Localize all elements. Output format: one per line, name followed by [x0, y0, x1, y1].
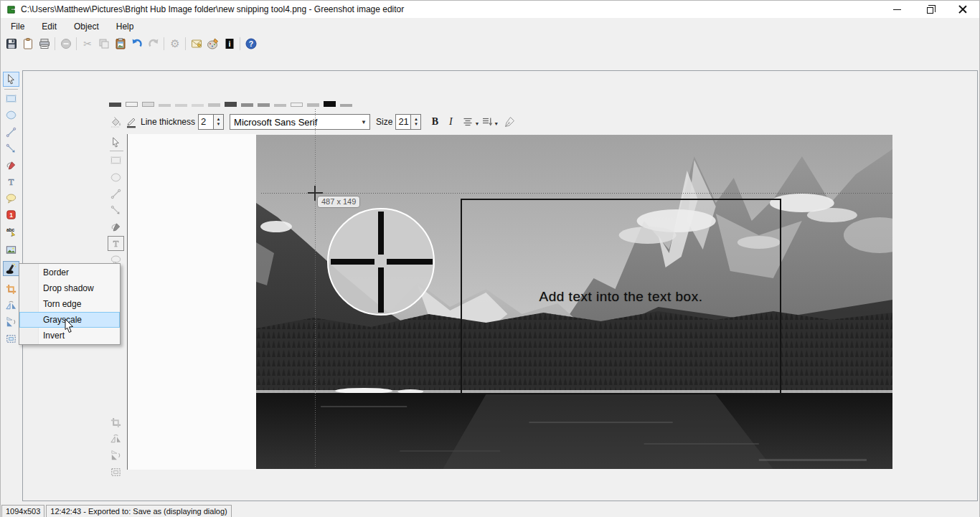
title-bar: C:\Users\Matthew\Pictures\Bright Hub Ima… [1, 1, 979, 18]
inner-rectangle-tool [108, 153, 124, 168]
close-icon [958, 5, 967, 14]
freehand-tool[interactable] [3, 158, 19, 173]
settings-button[interactable]: ⚙ [166, 36, 183, 52]
rotate-tool[interactable] [3, 298, 19, 313]
inner-arrow-tool [108, 203, 124, 218]
status-bar: 1094x503 12:42:43 - Exported to: Save as… [1, 505, 979, 517]
ellipse-icon [5, 109, 17, 121]
inner-ellipse-tool [108, 170, 124, 185]
svg-text:⚙: ⚙ [170, 37, 179, 50]
obfuscate-tool[interactable] [3, 242, 19, 257]
redo-button[interactable] [145, 36, 161, 52]
inner-flip-tool [108, 448, 124, 463]
undo-button[interactable] [128, 36, 145, 52]
toolbar-separator [76, 37, 77, 50]
crop-tool[interactable] [3, 282, 19, 297]
flip-horizontal-icon [5, 300, 17, 312]
inner-toolbar-stub [291, 103, 303, 107]
highlight-tool[interactable]: abc [3, 224, 19, 239]
gear-icon: ⚙ [169, 37, 182, 50]
paste-button[interactable] [112, 36, 128, 52]
editor-canvas[interactable]: Line thickness 2 ▲▼ Microsoft Sans Serif… [22, 70, 978, 501]
menu-item-torn-edge[interactable]: Torn edge [19, 296, 120, 312]
palette-icon [207, 37, 220, 50]
inner-line-thickness-label: Line thickness [141, 117, 195, 127]
inner-dropdown-arrow-icon: ▼ [494, 121, 499, 126]
pencil-icon [5, 159, 17, 171]
email-button[interactable] [188, 36, 204, 52]
clipboard-icon [22, 37, 34, 50]
effects-tool[interactable] [3, 261, 19, 276]
inner-font-size-spinner: 21 ▲▼ [395, 114, 421, 130]
inner-crosshair-cursor [314, 186, 316, 201]
inner-freehand-tool [108, 219, 124, 234]
rectangle-icon [110, 154, 122, 166]
imgur-button[interactable]: i [221, 36, 237, 52]
delete-button[interactable] [57, 36, 74, 52]
line-tool[interactable] [3, 125, 19, 140]
clipboard-button[interactable] [19, 36, 36, 52]
restore-button[interactable] [913, 1, 946, 18]
cut-icon: ✂ [81, 37, 94, 50]
menu-item-border[interactable]: Border [19, 265, 120, 280]
inner-line-color-icon [125, 115, 138, 128]
help-button[interactable]: ? [242, 36, 259, 52]
ellipse-tool[interactable] [3, 108, 19, 123]
svg-text:T: T [9, 177, 14, 187]
crop-icon [110, 417, 122, 429]
counter-tool[interactable]: 1 [3, 207, 19, 222]
inner-dropdown-arrow-icon: ▼ [358, 119, 369, 125]
cursor-icon [110, 136, 122, 148]
rectangle-icon [5, 93, 17, 105]
minimize-icon [893, 9, 901, 10]
image-export-button[interactable] [204, 36, 221, 52]
inner-vertical-guide [315, 109, 316, 468]
save-button[interactable] [3, 36, 19, 52]
window-title: C:\Users\Matthew\Pictures\Bright Hub Ima… [21, 4, 404, 14]
menu-help[interactable]: Help [109, 19, 141, 34]
print-button[interactable] [36, 36, 52, 52]
inner-tool-divider [110, 151, 123, 151]
inner-rotate-tool [108, 432, 124, 447]
svg-text:1: 1 [9, 212, 13, 219]
inner-crop-tool [108, 415, 124, 430]
print-icon [38, 37, 51, 50]
magic-wand-icon [5, 262, 17, 275]
close-button[interactable] [946, 1, 979, 18]
highlight-icon: abc [5, 226, 17, 238]
minimize-button[interactable] [880, 1, 913, 18]
selection-tool[interactable] [3, 72, 19, 87]
menu-file[interactable]: File [4, 19, 32, 34]
save-icon [5, 37, 18, 50]
rectangle-tool[interactable] [3, 91, 19, 106]
arrow-icon [110, 204, 122, 217]
flip-tool[interactable] [3, 315, 19, 330]
cut-button[interactable]: ✂ [79, 36, 95, 52]
speechbubble-tool[interactable] [3, 191, 19, 206]
menu-object[interactable]: Object [67, 19, 106, 34]
svg-text:?: ? [248, 39, 253, 48]
resize-canvas-tool[interactable] [3, 331, 19, 346]
arrow-tool[interactable] [3, 141, 19, 156]
inner-toolbar-stub [324, 101, 336, 107]
inner-horizontal-align-icon [461, 115, 474, 128]
inner-toolbar-stub [274, 104, 286, 107]
inner-target-bar [378, 267, 384, 313]
menu-edit[interactable]: Edit [34, 19, 64, 34]
info-icon: i [223, 37, 236, 50]
text-tool-icon: T [5, 176, 17, 188]
redo-icon [147, 37, 160, 50]
text-tool[interactable]: T [3, 174, 19, 189]
toolbar-separator [185, 37, 186, 50]
menu-item-drop-shadow[interactable]: Drop shadow [19, 280, 120, 296]
copy-button[interactable] [95, 36, 112, 52]
restore-icon [927, 7, 933, 14]
greenshot-app-icon [6, 4, 17, 15]
inner-line-tool [108, 186, 124, 201]
inner-properties-toolbar: Line thickness 2 ▲▼ Microsoft Sans Serif… [109, 112, 516, 132]
counter-icon: 1 [5, 209, 17, 221]
delete-icon [60, 37, 72, 50]
inner-resize-tool [108, 465, 124, 480]
inner-toolbar-stub [241, 103, 253, 107]
crop-icon [5, 283, 17, 295]
